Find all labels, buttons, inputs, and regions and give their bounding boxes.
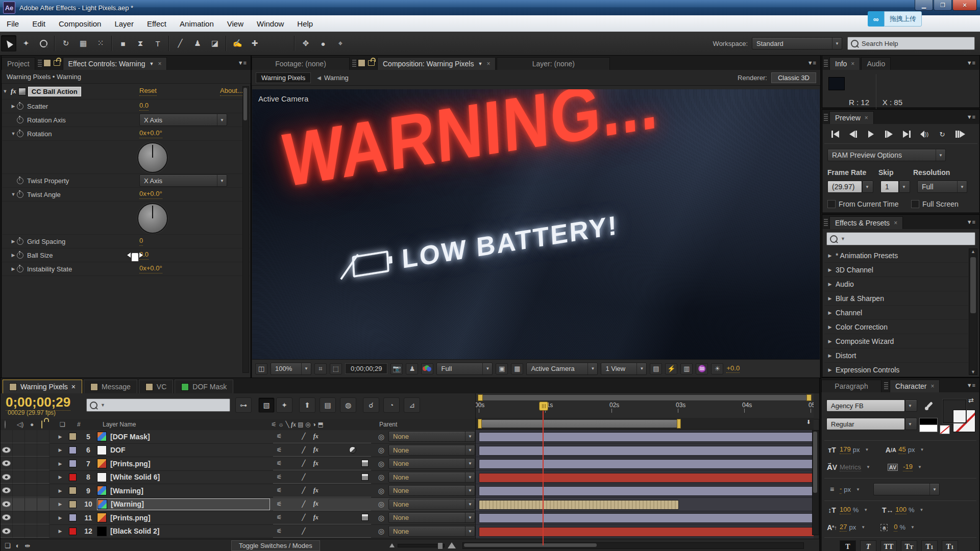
tab-footage[interactable]: Footage: (none) [252, 57, 350, 70]
expand-layer-switches-icon[interactable]: ❏ [5, 542, 11, 549]
search-options-icon[interactable]: ▼ [101, 403, 105, 408]
quality-switch[interactable]: ╱ [298, 430, 310, 443]
twirl-right-icon[interactable]: ▶ [57, 461, 64, 466]
timeline-horizontal-scrollbar[interactable] [462, 542, 804, 549]
motion-blur-switch[interactable] [334, 525, 347, 538]
parent-dropdown[interactable]: None▼ [388, 485, 475, 496]
layer-row[interactable]: ▶12[Black Solid 2]⚟╱◎None▼ [1, 525, 475, 539]
close-tab-icon[interactable]: × [894, 219, 897, 227]
layer-name[interactable]: [Warning] [111, 500, 144, 508]
tab-project[interactable]: Project [2, 57, 35, 70]
play-button[interactable] [864, 129, 877, 139]
lock-toggle[interactable] [37, 471, 50, 484]
pan-behind-tool[interactable]: ⁙ [93, 35, 108, 52]
parent-pickwhip-icon[interactable]: ◎ [378, 500, 384, 508]
stopwatch-icon[interactable] [17, 238, 23, 245]
chevron-down-icon[interactable]: ▼ [864, 508, 868, 512]
adjustment-switch[interactable] [347, 457, 359, 470]
twirl-right-icon[interactable]: ▶ [826, 267, 834, 272]
timeline-tab-dof-mask[interactable]: DOF Mask [175, 380, 233, 393]
last-frame-button[interactable] [900, 129, 913, 139]
effect-property-row[interactable]: ▶Instability State0x+0.0° [2, 262, 251, 276]
search-options-icon[interactable]: ▼ [841, 236, 845, 241]
faux-bold-button[interactable]: T [840, 540, 856, 551]
panel-menu-icon[interactable]: ▼≡ [963, 219, 979, 225]
audio-toggle[interactable] [13, 430, 25, 443]
transparency-grid-icon[interactable]: ▦ [511, 363, 523, 374]
twirl-right-icon[interactable]: ▶ [826, 367, 834, 372]
twirl-icon[interactable]: ▶ [10, 239, 17, 244]
lock-toggle[interactable] [37, 484, 50, 497]
snapshot-icon[interactable]: 📷 [390, 363, 403, 374]
effect-property-row[interactable]: ▼Twist Angle0x+0.0° [2, 188, 251, 202]
stopwatch-icon[interactable] [17, 178, 23, 184]
flowchart-icon[interactable]: ♒ [696, 363, 708, 374]
puppet-pin-tool[interactable]: ✚ [247, 35, 262, 52]
vertical-scale-value[interactable]: 100 [840, 506, 851, 514]
composition-mini-flowchart-button[interactable]: ⊶ [235, 397, 252, 413]
adjustment-switch[interactable] [347, 444, 359, 457]
layer-duration-bar[interactable] [479, 527, 814, 537]
lock-toggle[interactable] [37, 430, 50, 443]
motion-blur-switch[interactable] [334, 498, 347, 511]
preset-category[interactable]: ▶Color Correction [824, 320, 968, 334]
adjustment-switch[interactable] [347, 498, 359, 511]
hand-tool[interactable]: ✦ [18, 35, 34, 52]
audio-toggle[interactable] [13, 498, 25, 511]
parent-pickwhip-icon[interactable]: ◎ [378, 473, 384, 481]
layer-duration-bar[interactable] [479, 500, 679, 510]
layer-name-box[interactable]: [Prints.png] [97, 513, 270, 522]
dial-zone[interactable] [2, 141, 251, 174]
threed-switch[interactable] [359, 498, 371, 511]
timeline-button-icon[interactable]: ▥ [680, 363, 693, 374]
quality-switch[interactable]: ╱ [298, 511, 310, 524]
expand-transfer-controls-icon[interactable]: ◐ [16, 542, 20, 549]
rotation-tool[interactable]: ↻ [58, 35, 74, 52]
video-toggle[interactable] [1, 471, 13, 484]
brainstorm-button[interactable]: ☌ [363, 397, 379, 413]
frame-blend-switch[interactable] [322, 511, 334, 524]
default-colors-swatch[interactable] [919, 418, 938, 432]
tab-paragraph[interactable]: Paragraph [821, 380, 881, 392]
motion-blur-button[interactable]: ◍ [340, 397, 356, 413]
chevron-down-icon[interactable]: ▼ [918, 465, 922, 469]
threed-switch[interactable] [359, 430, 371, 443]
rotation-dial[interactable] [137, 203, 168, 234]
layer-label-chip[interactable] [69, 514, 77, 521]
preset-category[interactable]: ▶Expression Controls [824, 363, 968, 375]
menu-window[interactable]: Window [250, 19, 290, 28]
preset-category[interactable]: ▶Distort [824, 348, 968, 363]
small-caps-button[interactable]: TT [901, 540, 917, 551]
parent-dropdown[interactable]: None▼ [388, 445, 475, 456]
threed-switch[interactable] [359, 457, 371, 470]
layer-name-box[interactable]: [Warning] [97, 486, 270, 495]
selection-tool[interactable] [1, 35, 16, 52]
breadcrumb-comp-button[interactable]: Warning Pixels [256, 72, 311, 83]
layer-name-box[interactable]: [Black Solid 2] [97, 527, 270, 536]
motion-blur-switch[interactable] [334, 484, 347, 497]
fill-color-swatch[interactable] [943, 399, 966, 423]
layer-name-box[interactable]: DOF [97, 445, 270, 455]
full-screen-checkbox[interactable] [911, 200, 919, 208]
close-tab-icon[interactable]: × [851, 60, 854, 67]
chevron-down-icon[interactable]: ▼ [865, 447, 869, 452]
shy-switch[interactable]: ⚟ [273, 430, 285, 443]
twirl-right-icon[interactable]: ▶ [57, 447, 64, 453]
time-navigator[interactable] [478, 394, 812, 401]
lock-toggle[interactable] [37, 498, 50, 511]
close-tab-icon[interactable]: × [158, 60, 161, 67]
motion-blur-switch[interactable] [334, 471, 347, 484]
frame-rate-arrow[interactable]: ▼ [862, 181, 873, 193]
loop-button[interactable]: ↻ [936, 129, 949, 139]
quality-switch[interactable]: ╱ [298, 457, 310, 470]
frame-blending-button[interactable]: ▤ [320, 397, 336, 413]
work-area-start-handle[interactable] [478, 419, 482, 429]
layer-duration-bar[interactable] [479, 432, 814, 442]
baseline-shift-value[interactable]: 27 [840, 523, 847, 532]
panel-menu-icon[interactable]: ▼≡ [963, 382, 979, 388]
menu-animation[interactable]: Animation [173, 19, 220, 28]
layer-label-chip[interactable] [69, 460, 77, 467]
frame-blend-switch[interactable] [322, 525, 334, 538]
toggle-switches-modes-button[interactable]: Toggle Switches / Modes [231, 540, 320, 551]
lock-toggle[interactable] [37, 457, 50, 470]
